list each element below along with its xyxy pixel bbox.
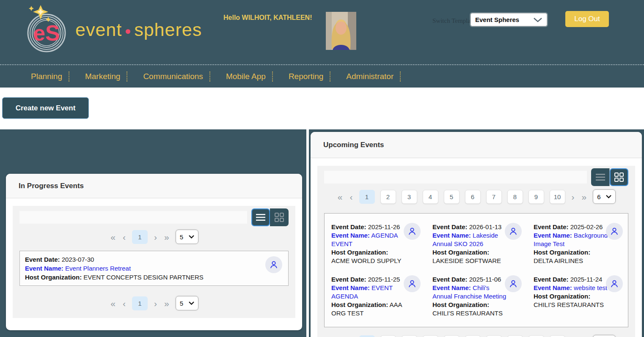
grid-view-toggle[interactable] bbox=[610, 168, 628, 186]
event-date-value: 2025-11-06 bbox=[469, 276, 501, 283]
event-list-item: Event Date: 2023-07-30 Event Name: Event… bbox=[19, 251, 289, 286]
event-name-label: Event Name: bbox=[25, 265, 63, 272]
page-button[interactable]: 5 bbox=[444, 335, 460, 337]
event-date-value: 2026-01-13 bbox=[469, 223, 502, 230]
nav-item-administrator[interactable]: Administrator bbox=[346, 71, 401, 82]
page-button[interactable]: 8 bbox=[507, 335, 523, 337]
attendee-badge[interactable] bbox=[505, 223, 522, 240]
grid-view-toggle[interactable] bbox=[270, 208, 289, 226]
next-page-button[interactable]: › bbox=[571, 192, 575, 201]
first-page-button[interactable]: « bbox=[337, 192, 344, 201]
template-select-value: Event Spheres bbox=[475, 16, 519, 23]
page-button[interactable]: 4 bbox=[423, 335, 438, 337]
page-button[interactable]: 6 bbox=[465, 190, 481, 204]
page-button[interactable]: 1 bbox=[132, 296, 148, 310]
last-page-button[interactable]: » bbox=[581, 192, 588, 201]
last-page-button[interactable]: » bbox=[163, 299, 170, 308]
page-size-select[interactable]: 6 bbox=[593, 335, 616, 337]
event-name-label: Event Name: bbox=[534, 284, 572, 291]
page-button[interactable]: 1 bbox=[359, 190, 375, 204]
page-size-value: 5 bbox=[180, 300, 183, 307]
upcoming-toolbar bbox=[324, 168, 628, 186]
last-page-button[interactable]: » bbox=[163, 233, 170, 241]
in-progress-pagination-top: « ‹ 1 › » 5 bbox=[19, 230, 289, 244]
page-button[interactable]: 1 bbox=[132, 230, 148, 244]
event-date-value: 2025-11-25 bbox=[368, 276, 400, 283]
upcoming-panel: Upcoming Events bbox=[311, 132, 642, 337]
page-button[interactable]: 10 bbox=[550, 335, 565, 337]
chevron-down-icon bbox=[606, 195, 611, 198]
logo-word1: event bbox=[75, 19, 122, 40]
next-page-button[interactable]: › bbox=[153, 233, 158, 241]
attendee-badge[interactable] bbox=[404, 223, 421, 240]
event-name-label: Event Name: bbox=[534, 232, 572, 239]
page-button[interactable]: 6 bbox=[465, 335, 481, 337]
person-icon bbox=[509, 227, 518, 236]
event-date-label: Event Date: bbox=[25, 256, 60, 263]
page-button[interactable]: 3 bbox=[402, 335, 417, 337]
attendee-badge[interactable] bbox=[265, 256, 282, 273]
page-button[interactable]: 10 bbox=[550, 190, 565, 204]
user-avatar bbox=[326, 12, 356, 50]
app-header: eS event spheres Hello WILHOIT, KATHLEEN… bbox=[0, 0, 644, 64]
event-date-value: 2025-11-26 bbox=[368, 223, 400, 230]
in-progress-wrapper: « ‹ 1 › » 5 Eve bbox=[13, 206, 295, 318]
list-view-toggle[interactable] bbox=[591, 168, 610, 186]
person-icon bbox=[407, 279, 417, 288]
nav-item-communications[interactable]: Communications bbox=[143, 71, 210, 82]
person-icon bbox=[610, 279, 619, 288]
event-date-label: Event Date: bbox=[534, 276, 569, 283]
create-new-event-button[interactable]: Create new Event bbox=[2, 97, 89, 119]
page-button[interactable]: 2 bbox=[380, 335, 396, 337]
event-date-label: Event Date: bbox=[534, 223, 569, 230]
first-page-button[interactable]: « bbox=[110, 233, 116, 241]
page-button[interactable]: 4 bbox=[423, 190, 438, 204]
attendee-badge[interactable] bbox=[606, 275, 623, 292]
prev-page-button[interactable]: ‹ bbox=[122, 233, 127, 241]
attendee-badge[interactable] bbox=[505, 275, 522, 292]
in-progress-toolbar bbox=[19, 208, 289, 226]
in-progress-panel-body: « ‹ 1 › » 5 Eve bbox=[6, 198, 302, 318]
page-size-select[interactable]: 5 bbox=[176, 296, 198, 310]
nav-item-marketing[interactable]: Marketing bbox=[85, 71, 127, 82]
prev-page-button[interactable]: ‹ bbox=[349, 192, 354, 201]
page-button[interactable]: 5 bbox=[444, 190, 460, 204]
prev-page-button[interactable]: ‹ bbox=[122, 299, 127, 308]
next-page-button[interactable]: › bbox=[153, 299, 158, 308]
event-name-label: Event Name: bbox=[331, 232, 370, 239]
nav-item-planning[interactable]: Planning bbox=[31, 71, 69, 82]
page-button[interactable]: 7 bbox=[486, 190, 502, 204]
host-org-label: Host Organization: bbox=[331, 249, 388, 256]
page-button[interactable]: 3 bbox=[402, 190, 417, 204]
page-button[interactable]: 1 bbox=[359, 335, 375, 337]
page-button[interactable]: 7 bbox=[486, 335, 502, 337]
template-select[interactable]: Event Spheres bbox=[471, 13, 547, 26]
page-button[interactable]: 8 bbox=[507, 190, 523, 204]
event-date-label: Event Date: bbox=[331, 276, 366, 283]
person-icon bbox=[269, 260, 278, 269]
page-button[interactable]: 2 bbox=[380, 190, 396, 204]
logout-button[interactable]: Log Out bbox=[565, 11, 609, 27]
upcoming-panel-title: Upcoming Events bbox=[311, 132, 642, 158]
nav-item-reporting[interactable]: Reporting bbox=[289, 71, 330, 82]
logo: eS event spheres bbox=[24, 5, 202, 54]
chevron-down-icon bbox=[189, 301, 194, 305]
page-size-select[interactable]: 6 bbox=[593, 189, 616, 204]
event-name-link[interactable]: Event Planners Retreat bbox=[65, 265, 131, 272]
view-toggle-group bbox=[591, 168, 628, 186]
list-view-toggle[interactable] bbox=[251, 208, 270, 226]
first-page-button[interactable]: « bbox=[110, 299, 116, 308]
event-date-label: Event Date: bbox=[432, 276, 468, 283]
nav-item-mobile-app[interactable]: Mobile App bbox=[226, 71, 273, 82]
page-button[interactable]: 9 bbox=[528, 190, 544, 204]
event-name-link[interactable]: website test bbox=[574, 284, 607, 291]
attendee-badge[interactable] bbox=[404, 275, 421, 292]
event-card: Event Date: 2026-01-13 Event Name: Lakes… bbox=[426, 218, 527, 270]
page-size-select[interactable]: 5 bbox=[176, 230, 198, 244]
event-name-label: Event Name: bbox=[331, 284, 370, 291]
event-date-label: Event Date: bbox=[331, 223, 366, 230]
page-button[interactable]: 9 bbox=[528, 335, 544, 337]
event-card: Event Date: 2025-11-06 Event Name: Chili… bbox=[426, 270, 527, 323]
event-card: Event Date: 2025-11-25 Event Name: EVENT… bbox=[325, 270, 426, 323]
attendee-badge[interactable] bbox=[606, 223, 623, 240]
